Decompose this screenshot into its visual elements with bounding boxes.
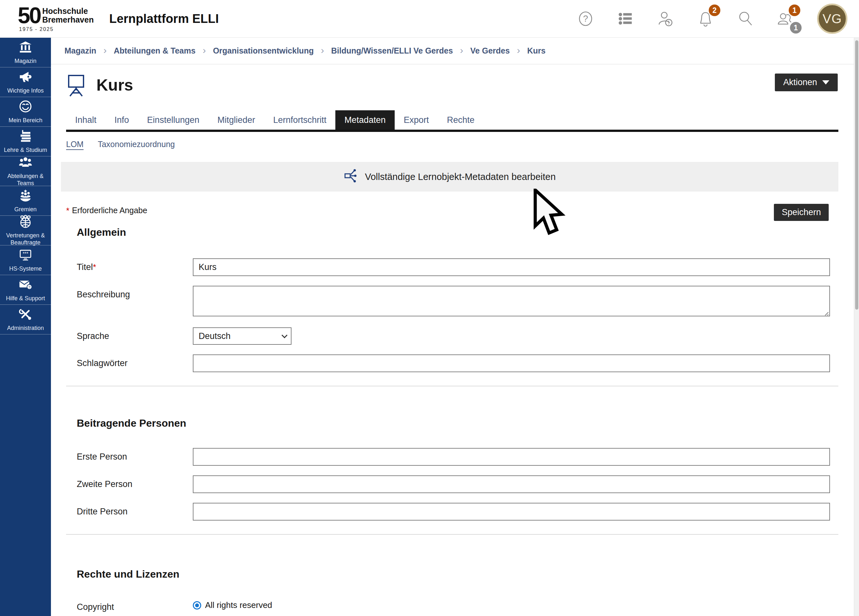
logo-anniversary-years: 1975 - 2025 [18,27,94,32]
copyright-radio-option[interactable]: All rights reserved [193,598,830,610]
dritte-person-label: Dritte Person [77,503,193,521]
breadcrumb-item[interactable]: Magazin [64,46,97,55]
monitor-icon: *** [19,248,32,263]
sidebar-item-vertretungen-beauftragte[interactable]: Vertretungen & Beauftragte [0,216,51,245]
sidebar-item-gremien[interactable]: Gremien [0,186,51,216]
required-note-row: * Erforderliche Angabe Speichern [51,206,854,222]
vertical-scrollbar[interactable] [854,38,859,616]
tab-mitglieder[interactable]: Mitglieder [208,110,264,130]
sidebar-item-label: Abteilungen & Teams [2,172,49,187]
beschreibung-label: Beschreibung [77,286,193,318]
contacts-icon[interactable]: 1 1 [777,10,794,27]
sidebar-item-label: Lehre & Studium [4,146,47,154]
search-icon[interactable] [737,10,754,27]
course-easel-icon [66,73,86,97]
sidebar-item-magazin[interactable]: Magazin [0,38,51,67]
sidebar-item-wichtige-infos[interactable]: Wichtige Infos [0,67,51,97]
contacts-badge-top: 1 [789,5,800,16]
schlagwoerter-label: Schlagwörter [77,355,193,372]
zweite-person-input[interactable] [193,475,830,493]
tab-info[interactable]: Info [105,110,138,130]
tab-lernfortschritt[interactable]: Lernfortschritt [264,110,335,130]
breadcrumb-item[interactable]: Bildung/Wissen/ELLI Ve Gerdes [331,46,453,55]
sidebar-item-label: Vertretungen & Beauftragte [2,232,49,246]
main-sidebar: Magazin Wichtige Infos Mein Bereich Lehr… [0,38,51,616]
edit-full-metadata-banner[interactable]: Vollständige Lernobjekt-Metadaten bearbe… [61,162,839,192]
user-status-icon[interactable]: ! [657,10,674,27]
top-header: 50 Hochschule Bremerhaven 1975 - 2025 Le… [0,0,859,38]
sidebar-item-label: Hilfe & Support [6,295,45,302]
beschreibung-textarea[interactable] [193,286,830,316]
breadcrumb-item[interactable]: Ve Gerdes [470,46,510,55]
copyright-option-label: All rights reserved [205,600,272,610]
logo-name-line2: Bremerhaven [42,16,94,24]
sidebar-item-label: Mein Bereich [8,117,42,124]
contacts-badge-bottom: 1 [790,22,801,34]
section-heading-beitragende-personen: Beitragende Personen [77,417,854,429]
sidebar-item-lehre-studium[interactable]: Lehre & Studium [0,127,51,156]
main-content: Magazin› Abteilungen & Teams› Organisati… [51,38,854,616]
schlagwoerter-input[interactable] [193,355,830,372]
sidebar-item-abteilungen-teams[interactable]: Abteilungen & Teams [0,156,51,186]
breadcrumb-item[interactable]: Organisationsentwicklung [213,46,314,55]
page-title: Kurs [97,76,133,94]
form-row-dritte-person: Dritte Person [51,503,854,521]
header-actions: ? ! 2 1 1 VG [577,3,847,34]
tools-icon [19,307,32,322]
app-title: Lernplattform ELLI [109,12,219,26]
sidebar-item-label: Administration [7,324,44,332]
tab-einstellungen[interactable]: Einstellungen [138,110,208,130]
breadcrumb-separator-icon: › [103,45,107,56]
svg-text:***: *** [23,250,28,256]
breadcrumb: Magazin› Abteilungen & Teams› Organisati… [51,38,854,64]
tab-metadaten[interactable]: Metadaten [335,110,395,130]
university-logo: 50 Hochschule Bremerhaven 1975 - 2025 [18,5,94,32]
erste-person-input[interactable] [193,448,830,466]
breadcrumb-separator-icon: › [321,45,324,56]
sidebar-item-label: Gremien [14,206,36,213]
sidebar-item-hilfe-support[interactable]: ? Hilfe & Support [0,275,51,305]
radio-selected-icon[interactable] [193,601,201,610]
form-row-titel: Titel* [51,258,854,276]
titel-required-asterisk: * [93,262,96,272]
section-heading-allgemein: Allgemein [77,227,854,238]
dritte-person-input[interactable] [193,503,830,521]
sidebar-item-administration[interactable]: Administration [0,305,51,335]
avatar[interactable]: VG [817,3,847,34]
breadcrumb-separator-icon: › [460,45,463,56]
form-row-erste-person: Erste Person [51,448,854,466]
tab-bar: Inhalt Info Einstellungen Mitglieder Ler… [66,110,839,132]
list-menu-icon[interactable] [617,10,634,27]
breadcrumb-item[interactable]: Abteilungen & Teams [114,46,196,55]
sidebar-item-label: Wichtige Infos [7,87,44,94]
globe-people-icon [19,215,32,230]
tab-export[interactable]: Export [395,110,438,130]
breadcrumb-separator-icon: › [517,45,520,56]
scrollbar-thumb[interactable] [855,40,858,310]
logo-name-line1: Hochschule [42,7,94,16]
form-row-copyright: Copyright All rights reserved [51,598,854,612]
bank-icon [19,40,32,55]
titel-input[interactable] [193,258,830,276]
subtab-taxonomiezuordnung[interactable]: Taxonomiezuordnung [98,140,175,149]
tab-inhalt[interactable]: Inhalt [66,110,105,130]
save-button[interactable]: Speichern [774,204,829,221]
breadcrumb-item[interactable]: Kurs [527,46,545,55]
books-icon [19,129,32,144]
sidebar-item-hs-systeme[interactable]: *** HS-Systeme [0,245,51,275]
people-group-icon [19,155,32,170]
metadata-hub-icon [344,168,359,186]
sidebar-item-label: Magazin [14,58,36,65]
notifications-bell-icon[interactable]: 2 [697,10,714,27]
sidebar-item-mein-bereich[interactable]: Mein Bereich [0,97,51,127]
copyright-label: Copyright [77,598,193,612]
sprache-select[interactable]: Deutsch [193,327,292,345]
subtab-lom[interactable]: LOM [66,140,83,149]
chevron-down-icon [822,80,829,84]
actions-button[interactable]: Aktionen [775,73,838,91]
erste-person-label: Erste Person [77,448,193,466]
required-asterisk: * [66,206,69,216]
edit-full-metadata-label: Vollständige Lernobjekt-Metadaten bearbe… [365,172,556,182]
help-icon[interactable]: ? [577,10,594,27]
tab-rechte[interactable]: Rechte [438,110,484,130]
